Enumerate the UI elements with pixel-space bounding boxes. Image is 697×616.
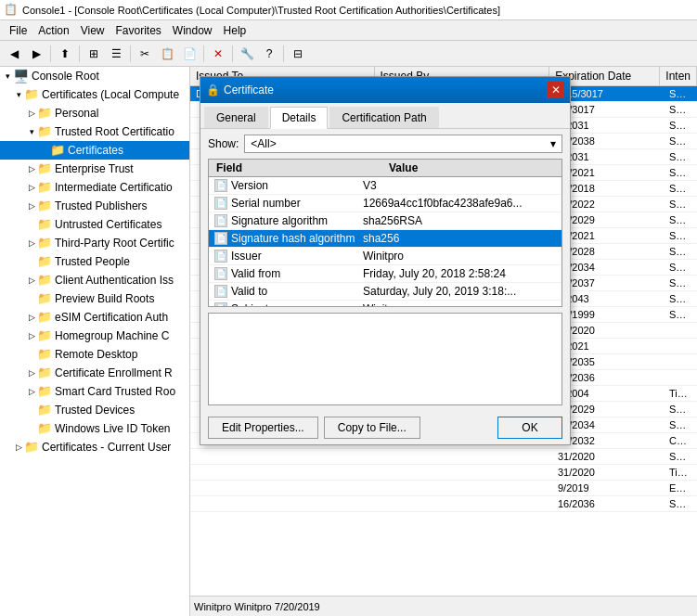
sidebar-item-certs-current-user[interactable]: ▷ 📁 Certificates - Current User <box>0 438 189 456</box>
sidebar-item-certs-local[interactable]: ▾ 📁 Certificates (Local Compute <box>0 85 189 104</box>
copy-button[interactable]: 📋 <box>157 44 177 64</box>
field-row[interactable]: 📄 Issuer Winitpro <box>209 248 561 265</box>
expand-certs-local[interactable]: ▾ <box>13 89 24 100</box>
dialog-close-button[interactable]: ✕ <box>548 82 564 98</box>
sidebar-item-windows-live[interactable]: 📁 Windows Live ID Token <box>0 419 189 438</box>
sidebar-item-trusted-devices[interactable]: 📁 Trusted Devices <box>0 401 189 419</box>
sidebar-item-trusted-people[interactable]: 📁 Trusted People <box>0 252 189 271</box>
expand-third-party[interactable]: ▷ <box>26 237 37 249</box>
field-value: Winitpro <box>361 249 558 263</box>
view-button[interactable]: ⊟ <box>288 44 308 64</box>
up-button[interactable]: ⬆ <box>55 44 75 64</box>
table-row[interactable]: 31/2020 Serve <box>190 449 697 465</box>
sidebar-item-client-auth[interactable]: ▷ 📁 Client Authentication Iss <box>0 271 189 289</box>
cut-button[interactable]: ✂ <box>135 44 155 64</box>
tab-details[interactable]: Details <box>270 107 329 129</box>
sidebar-item-personal[interactable]: ▷ 📁 Personal <box>0 104 189 122</box>
menu-item-help[interactable]: Help <box>218 22 252 39</box>
menu-item-favorites[interactable]: Favorites <box>110 22 167 39</box>
table-row[interactable]: 31/2020 Time <box>190 465 697 481</box>
menu-item-file[interactable]: File <box>4 22 32 39</box>
sidebar-item-smart-card[interactable]: ▷ 📁 Smart Card Trusted Roo <box>0 382 189 401</box>
delete-button[interactable]: ✕ <box>208 44 228 64</box>
field-icon: 📄 <box>214 197 227 210</box>
field-row[interactable]: 📄 Subject Winitpro <box>209 301 561 307</box>
copy-to-file-button[interactable]: Copy to File... <box>324 417 420 439</box>
sidebar-item-certificates[interactable]: 📁 Certificates <box>0 141 189 160</box>
expand-smart-card[interactable]: ▷ <box>26 386 37 397</box>
sidebar-item-enterprise-trust[interactable]: ▷ 📁 Enterprise Trust <box>0 160 189 178</box>
field-row[interactable]: 📄 Version V3 <box>209 177 561 195</box>
sidebar-item-remote-desktop[interactable]: 📁 Remote Desktop <box>0 345 189 364</box>
value-col-header: Value <box>385 161 558 174</box>
expand-client-auth[interactable]: ▷ <box>26 275 37 286</box>
windows-live-icon: 📁 <box>37 420 52 437</box>
expand-esim[interactable]: ▷ <box>26 312 37 323</box>
sidebar-item-homegroup[interactable]: ▷ 📁 Homegroup Machine C <box>0 327 189 345</box>
expand-trusted-people[interactable] <box>26 256 37 267</box>
list-button[interactable]: ☰ <box>106 44 126 64</box>
table-row[interactable]: 16/2036 Serve <box>190 496 697 512</box>
field-row[interactable]: 📄 Signature hash algorithm sha256 <box>209 230 561 248</box>
trusted-devices-icon: 📁 <box>37 402 52 418</box>
help-button[interactable]: ? <box>259 44 279 64</box>
cell-intent: Serve <box>664 244 697 259</box>
expand-trusted-root[interactable]: ▾ <box>26 126 37 137</box>
cell-intent: Secu <box>664 181 697 196</box>
back-button[interactable]: ◀ <box>4 44 24 64</box>
status-bar: Winitpro Winitpro 7/20/2019 <box>190 596 697 616</box>
expand-trusted-devices[interactable] <box>26 404 37 416</box>
sidebar-item-trusted-publishers[interactable]: ▷ 📁 Trusted Publishers <box>0 197 189 215</box>
show-dropdown[interactable]: <All> ▾ <box>244 135 562 153</box>
expand-intermediate[interactable]: ▷ <box>26 182 37 193</box>
sidebar-item-console-root[interactable]: ▾ 🖥️ Console Root <box>0 67 189 85</box>
cell-issued-to <box>190 465 376 480</box>
cell-issued-by <box>376 449 552 464</box>
field-row[interactable]: 📄 Valid from Friday, July 20, 2018 2:58:… <box>209 265 561 283</box>
sidebar-item-cert-enrollment[interactable]: ▷ 📁 Certificate Enrollment R <box>0 364 189 382</box>
field-icon: 📄 <box>214 250 227 263</box>
properties-button[interactable]: 🔧 <box>237 44 257 64</box>
field-row[interactable]: 📄 Serial number 12669a4cc1f0bfac4238afe9… <box>209 195 561 212</box>
menu-item-view[interactable]: View <box>75 22 110 39</box>
cell-intent: Time <box>664 386 697 401</box>
edit-properties-button[interactable]: Edit Properties... <box>208 417 318 439</box>
sidebar-item-preview-build[interactable]: 📁 Preview Build Roots <box>0 289 189 308</box>
ok-button[interactable]: OK <box>497 417 562 439</box>
field-row[interactable]: 📄 Valid to Saturday, July 20, 2019 3:18:… <box>209 283 561 301</box>
show-hide-button[interactable]: ⊞ <box>84 44 104 64</box>
field-value: 12669a4cc1f0bfac4238afe9a6... <box>361 196 558 211</box>
expand-console-root[interactable]: ▾ <box>2 71 13 82</box>
expand-certs-current-user[interactable]: ▷ <box>13 442 24 453</box>
show-row: Show: <All> ▾ <box>200 129 570 159</box>
expand-certificates[interactable] <box>39 145 50 156</box>
expand-windows-live[interactable] <box>26 423 37 434</box>
menu-item-window[interactable]: Window <box>167 22 218 39</box>
expand-personal[interactable]: ▷ <box>26 108 37 119</box>
sidebar-item-untrusted[interactable]: 📁 Untrusted Certificates <box>0 215 189 234</box>
expand-preview-build[interactable] <box>26 293 37 304</box>
sidebar-item-trusted-root[interactable]: ▾ 📁 Trusted Root Certificatio <box>0 122 189 141</box>
tab-certification-path[interactable]: Certification Path <box>329 107 438 128</box>
expand-enterprise-trust[interactable]: ▷ <box>26 163 37 174</box>
expand-trusted-publishers[interactable]: ▷ <box>26 200 37 212</box>
expand-cert-enrollment[interactable]: ▷ <box>26 367 37 379</box>
third-party-icon: 📁 <box>37 235 52 251</box>
tab-general[interactable]: General <box>204 107 268 128</box>
certs-local-icon: 📁 <box>24 86 39 103</box>
esim-icon: 📁 <box>37 309 52 326</box>
paste-button[interactable]: 📄 <box>179 44 200 64</box>
expand-remote-desktop[interactable] <box>26 349 37 360</box>
expand-untrusted[interactable] <box>26 219 37 230</box>
sidebar-item-intermediate[interactable]: ▷ 📁 Intermediate Certificatio <box>0 178 189 197</box>
sidebar-item-esim[interactable]: ▷ 📁 eSIM Certification Auth <box>0 308 189 327</box>
field-row[interactable]: 📄 Signature algorithm sha256RSA <box>209 212 561 230</box>
forward-button[interactable]: ▶ <box>26 44 46 64</box>
field-table: Field Value 📄 Version V3 📄 Serial number… <box>208 159 562 307</box>
header-intent[interactable]: Inten <box>660 67 697 85</box>
expand-homegroup[interactable]: ▷ <box>26 330 37 341</box>
field-rows: 📄 Version V3 📄 Serial number 12669a4cc1f… <box>209 177 561 307</box>
table-row[interactable]: 9/2019 Encry <box>190 481 697 496</box>
menu-item-action[interactable]: Action <box>32 22 74 39</box>
sidebar-item-third-party[interactable]: ▷ 📁 Third-Party Root Certific <box>0 234 189 252</box>
